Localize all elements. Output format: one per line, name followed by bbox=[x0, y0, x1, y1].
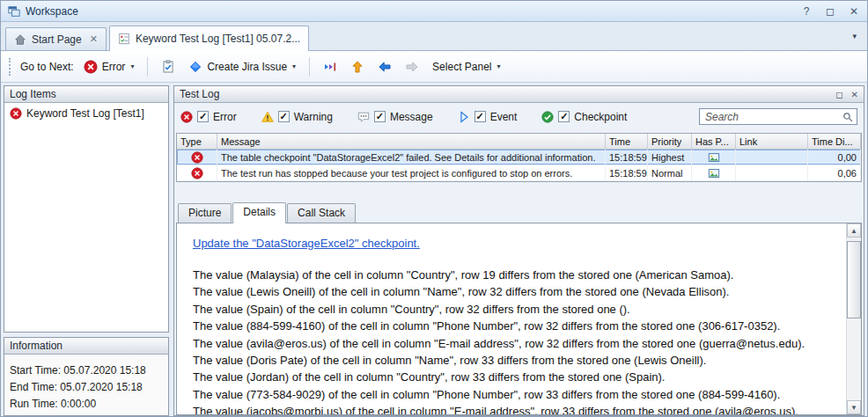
col-time-diff[interactable]: Time Di... bbox=[808, 134, 861, 149]
message-checkbox[interactable] bbox=[374, 111, 386, 122]
tab-picture[interactable]: Picture bbox=[178, 203, 232, 223]
workspace-icon bbox=[8, 5, 20, 18]
left-column: Log Items Keyword Test Log [Test1] Infor… bbox=[4, 85, 169, 416]
tab-list-dropdown-icon[interactable]: ▾ bbox=[852, 32, 857, 40]
update-checkpoint-link[interactable]: Update the "DataStorageExcel2" checkpoin… bbox=[193, 237, 420, 250]
left-arrow-icon bbox=[378, 60, 392, 74]
detail-line: The value (773-584-9029) of the cell in … bbox=[193, 386, 839, 403]
test-log-icon bbox=[118, 33, 130, 45]
scrollbar-thumb[interactable] bbox=[847, 241, 861, 318]
panel-controls: ◻ ✕ bbox=[835, 90, 858, 99]
close-tab-icon[interactable]: ✕ bbox=[90, 33, 98, 45]
tab-call-stack[interactable]: Call Stack bbox=[287, 203, 356, 223]
cell-time-diff: 0,06 bbox=[808, 165, 861, 180]
go-to-next-label: Go to Next: bbox=[20, 61, 74, 73]
toolbar-grip[interactable] bbox=[9, 58, 12, 76]
col-priority[interactable]: Priority bbox=[648, 134, 692, 149]
error-icon bbox=[180, 111, 193, 123]
error-checkbox[interactable] bbox=[197, 111, 209, 122]
float-panel-icon[interactable]: ◻ bbox=[835, 90, 842, 99]
go-to-next-error-button[interactable]: Error ▾ bbox=[80, 57, 138, 77]
create-jira-issue-button[interactable]: Create Jira Issue ▾ bbox=[185, 57, 299, 77]
warning-icon bbox=[261, 111, 274, 123]
log-items-panel-header: Log Items bbox=[4, 86, 168, 103]
post-results-button[interactable] bbox=[158, 57, 179, 77]
close-panel-icon[interactable]: ✕ bbox=[851, 90, 858, 99]
details-content: Update the "DataStorageExcel2" checkpoin… bbox=[177, 223, 846, 414]
checkpoint-checkbox[interactable] bbox=[558, 111, 570, 122]
tab-details[interactable]: Details bbox=[232, 202, 286, 223]
message-icon bbox=[357, 111, 370, 123]
go-up-button[interactable] bbox=[347, 57, 368, 77]
event-checkbox[interactable] bbox=[474, 111, 486, 122]
cell-priority: Highest bbox=[648, 150, 692, 165]
detail-line: The value (avila@eros.us) of the cell in… bbox=[193, 335, 839, 352]
cell-type bbox=[177, 150, 217, 165]
cell-time: 15:18:59 bbox=[606, 165, 648, 180]
details-pane: Update the "DataStorageExcel2" checkpoin… bbox=[176, 223, 862, 415]
select-panel-button[interactable]: Select Panel ▾ bbox=[429, 58, 504, 76]
table-row[interactable]: The test run has stopped because your te… bbox=[177, 165, 861, 181]
filter-warning: Warning bbox=[261, 111, 333, 123]
information-panel: Information Start Time: 05.07.2020 15:18… bbox=[4, 337, 169, 416]
cell-has-picture bbox=[692, 165, 736, 180]
tree-item-label: Keyword Test Log [Test1] bbox=[26, 107, 144, 120]
detail-line: The value (884-599-4160) of the cell in … bbox=[193, 318, 839, 334]
filter-label: Checkpoint bbox=[574, 111, 627, 123]
table-row[interactable]: The table checkpoint "DataStorageExcel2"… bbox=[177, 150, 861, 165]
log-items-panel: Log Items Keyword Test Log [Test1] bbox=[4, 85, 169, 333]
information-panel-header: Information bbox=[4, 338, 168, 355]
tree-item-keyword-test-log[interactable]: Keyword Test Log [Test1] bbox=[6, 106, 166, 121]
detail-line: The value (jacobs@morbi.us) of the cell … bbox=[193, 403, 839, 414]
window-controls: ? ◻ ✕ bbox=[800, 5, 860, 18]
log-items-title: Log Items bbox=[10, 88, 56, 100]
filter-message: Message bbox=[357, 111, 433, 123]
dropdown-arrow-icon[interactable]: ▾ bbox=[497, 62, 501, 70]
details-scrollbar[interactable]: ▲ ▼ bbox=[846, 223, 861, 414]
warning-checkbox[interactable] bbox=[278, 111, 290, 122]
cell-has-picture bbox=[692, 150, 736, 165]
create-jira-label: Create Jira Issue bbox=[207, 61, 287, 73]
clipboard-check-icon bbox=[161, 60, 175, 74]
filter-error: Error bbox=[180, 111, 237, 123]
event-icon bbox=[458, 111, 470, 123]
search-box bbox=[699, 108, 857, 125]
search-input[interactable] bbox=[705, 111, 842, 123]
search-icon[interactable] bbox=[842, 111, 854, 123]
run-time: Run Time: 0:00:00 bbox=[10, 396, 163, 413]
filter-checkpoint: Checkpoint bbox=[541, 111, 627, 123]
detail-line: The value (Jordan) of the cell in column… bbox=[193, 369, 839, 385]
error-icon bbox=[10, 107, 22, 120]
col-link[interactable]: Link bbox=[736, 134, 808, 149]
detail-line: The value (Malaysia) of the cell in colu… bbox=[193, 267, 839, 283]
jump-to-source-button[interactable] bbox=[320, 57, 341, 77]
dropdown-arrow-icon[interactable]: ▾ bbox=[292, 62, 296, 70]
col-type[interactable]: Type bbox=[177, 134, 217, 149]
cell-link bbox=[736, 150, 808, 165]
restore-window-button[interactable]: ◻ bbox=[824, 5, 836, 18]
information-body: Start Time: 05.07.2020 15:18 End Time: 0… bbox=[4, 355, 168, 415]
detail-line: The value (Doris Pate) of the cell in co… bbox=[193, 352, 839, 369]
col-has-picture[interactable]: Has P... bbox=[692, 134, 736, 149]
go-back-button[interactable] bbox=[374, 57, 395, 77]
test-log-panel-header: Test Log ◻ ✕ bbox=[174, 86, 864, 103]
tab-start-page[interactable]: Start Page ✕ bbox=[5, 27, 107, 50]
test-log-panel: Test Log ◻ ✕ Error bbox=[173, 85, 864, 416]
col-message[interactable]: Message bbox=[217, 134, 606, 149]
information-title: Information bbox=[10, 340, 63, 352]
detail-tabs: Picture Details Call Stack bbox=[178, 201, 864, 223]
go-forward-button[interactable] bbox=[401, 57, 423, 77]
col-time[interactable]: Time bbox=[606, 134, 648, 149]
detail-line: The value (Spain) of the cell in column … bbox=[193, 301, 839, 318]
window-title: Workspace bbox=[26, 5, 78, 18]
dropdown-arrow-icon[interactable]: ▾ bbox=[130, 62, 134, 70]
toolbar: Go to Next: Error ▾ Create Jira Issue ▾ bbox=[1, 51, 867, 83]
help-button[interactable]: ? bbox=[800, 5, 813, 18]
filter-label: Message bbox=[390, 111, 433, 123]
tab-keyword-test-log[interactable]: Keyword Test Log [Test1] 05.07.2... bbox=[109, 26, 309, 51]
jump-to-source-icon bbox=[323, 60, 337, 74]
close-window-button[interactable]: ✕ bbox=[848, 5, 860, 18]
scroll-up-icon[interactable]: ▲ bbox=[847, 223, 861, 238]
cell-type bbox=[177, 165, 217, 180]
scroll-down-icon[interactable]: ▼ bbox=[847, 400, 861, 414]
